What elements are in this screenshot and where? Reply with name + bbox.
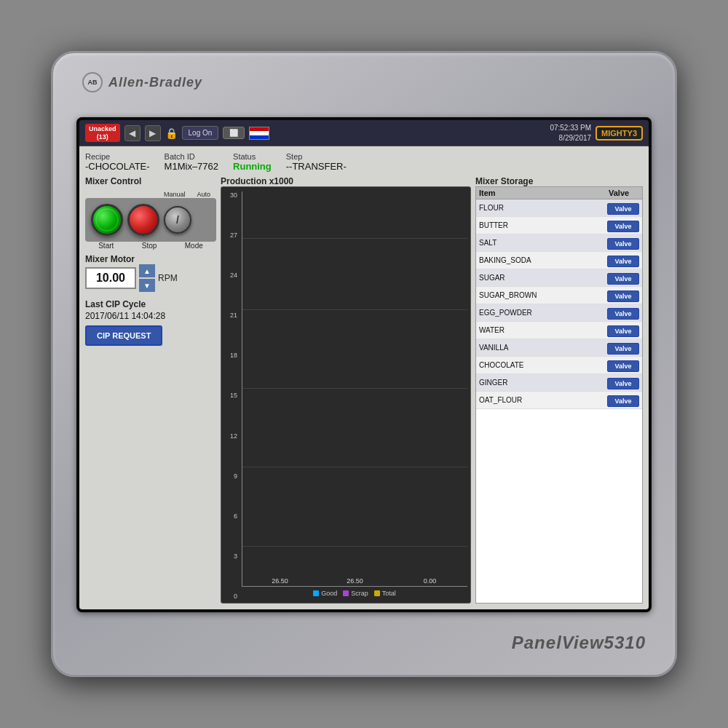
bar-total: 0.00 [395, 577, 464, 586]
storage-table: Item Valve FLOUR Valve BUTTER Valve [475, 186, 643, 604]
screen: Unacked (13) ◀ ▶ 🔒 Log On ⬜ 07:52:33 PM … [79, 120, 649, 609]
stop-button[interactable] [127, 204, 159, 236]
button-labels: Start Stop Mode [85, 242, 216, 250]
brand-name: Allen-Bradley [108, 75, 202, 90]
motor-control: 10.00 ▲ ▼ RPM [85, 264, 216, 292]
table-row: SUGAR_BROWN Valve [476, 287, 642, 304]
status-group: Status Running [233, 152, 272, 172]
mixer-control-title: Mixer Control [85, 176, 216, 186]
panels: Mixer Control Manual Auto [85, 176, 643, 604]
recipe-group: Recipe -CHOCOLATE- [85, 152, 150, 172]
chart-bars: 26.50 26.50 [242, 191, 467, 587]
datetime-display: 07:52:33 PM 8/29/2017 [550, 123, 591, 143]
valve-baking-soda-button[interactable]: Valve [607, 256, 639, 267]
table-row: CHOCOLATE Valve [476, 357, 642, 374]
rpm-down-button[interactable]: ▼ [139, 279, 155, 292]
legend-total: Total [374, 590, 396, 597]
rpm-up-button[interactable]: ▲ [139, 264, 155, 277]
production-title: Production x1000 [221, 176, 471, 186]
device-shell: AB Allen-Bradley Unacked (13) ◀ ▶ 🔒 Log … [51, 51, 677, 677]
cip-date: 2017/06/11 14:04:28 [85, 311, 216, 321]
mixer-motor-section: Mixer Motor 10.00 ▲ ▼ RPM [85, 254, 216, 292]
valve-vanilla-button[interactable]: Valve [607, 343, 639, 355]
screen-bezel: Unacked (13) ◀ ▶ 🔒 Log On ⬜ 07:52:33 PM … [76, 117, 652, 612]
lock-icon: 🔒 [165, 127, 178, 139]
cip-label: Last CIP Cycle [85, 299, 216, 309]
logon-button[interactable]: Log On [182, 126, 219, 140]
rpm-display[interactable]: 10.00 [85, 267, 136, 289]
start-button[interactable] [91, 204, 123, 236]
mixer-storage-title: Mixer Storage [475, 176, 643, 186]
ab-logo: AB Allen-Bradley [82, 72, 202, 92]
cip-request-button[interactable]: CIP REQUEST [85, 325, 162, 346]
device-bottom-bar: PanelView5310 [75, 633, 653, 653]
rpm-label: RPM [158, 273, 178, 283]
valve-butter-button[interactable]: Valve [607, 221, 639, 232]
alarm-button[interactable]: Unacked (13) [85, 124, 120, 143]
mighty-badge: MIGHTY3 [596, 126, 643, 141]
table-header: Item Valve [476, 187, 642, 199]
table-row: SALT Valve [476, 234, 642, 252]
mixer-motor-title: Mixer Motor [85, 254, 216, 264]
table-row: GINGER Valve [476, 374, 642, 392]
table-row: BAKING_SODA Valve [476, 252, 642, 269]
step-group: Step --TRANSFER- [286, 152, 347, 172]
valve-flour-button[interactable]: Valve [607, 203, 639, 215]
rpm-arrows: ▲ ▼ [139, 264, 155, 292]
valve-chocolate-button[interactable]: Valve [607, 360, 639, 372]
chart-legend: Good Scrap Total [242, 587, 467, 600]
valve-sugar-brown-button[interactable]: Valve [607, 290, 639, 302]
valve-water-button[interactable]: Valve [607, 325, 639, 337]
table-row: EGG_POWDER Valve [476, 304, 642, 322]
device-top-bar: AB Allen-Bradley [75, 68, 653, 97]
valve-egg-powder-button[interactable]: Valve [607, 308, 639, 320]
mixer-buttons [85, 198, 216, 242]
mid-panel: Production x1000 30 27 24 21 18 15 12 9 [221, 176, 471, 604]
table-row: SUGAR Valve [476, 269, 642, 287]
valve-sugar-button[interactable]: Valve [607, 273, 639, 285]
batch-group: Batch ID M1Mix–7762 [165, 152, 218, 172]
chart-area: 30 27 24 21 18 15 12 9 6 3 0 [221, 186, 471, 604]
mode-dial[interactable] [164, 206, 191, 234]
screen-icon: ⬜ [223, 127, 245, 139]
table-row: BUTTER Valve [476, 217, 642, 234]
chart-y-axis: 30 27 24 21 18 15 12 9 6 3 0 [224, 191, 239, 600]
manual-auto-labels: Manual Auto [85, 191, 216, 198]
table-row: VANILLA Valve [476, 339, 642, 357]
ab-icon: AB [82, 72, 103, 92]
table-row: FLOUR Valve [476, 199, 642, 217]
valve-ginger-button[interactable]: Valve [607, 378, 639, 389]
legend-scrap: Scrap [343, 590, 368, 597]
cip-section: Last CIP Cycle 2017/06/11 14:04:28 CIP R… [85, 299, 216, 346]
right-panel: Mixer Storage Item Valve FLOUR Valve [475, 176, 643, 604]
bar-scrap: 26.50 [320, 577, 389, 586]
legend-good: Good [313, 590, 337, 597]
left-panel: Mixer Control Manual Auto [85, 176, 216, 604]
main-content: Recipe -CHOCOLATE- Batch ID M1Mix–7762 S… [79, 146, 649, 609]
panelview-label: PanelView5310 [512, 633, 646, 653]
bar-good: 26.50 [245, 577, 314, 586]
info-row: Recipe -CHOCOLATE- Batch ID M1Mix–7762 S… [85, 152, 643, 172]
valve-oat-flour-button[interactable]: Valve [607, 395, 639, 407]
table-row: WATER Valve [476, 322, 642, 339]
table-row: OAT_FLOUR Valve [476, 392, 642, 409]
flag-icon [249, 127, 269, 140]
status-bar: Unacked (13) ◀ ▶ 🔒 Log On ⬜ 07:52:33 PM … [79, 120, 649, 146]
valve-salt-button[interactable]: Valve [607, 238, 639, 250]
nav-back-button[interactable]: ◀ [124, 125, 141, 141]
nav-forward-button[interactable]: ▶ [145, 125, 161, 141]
